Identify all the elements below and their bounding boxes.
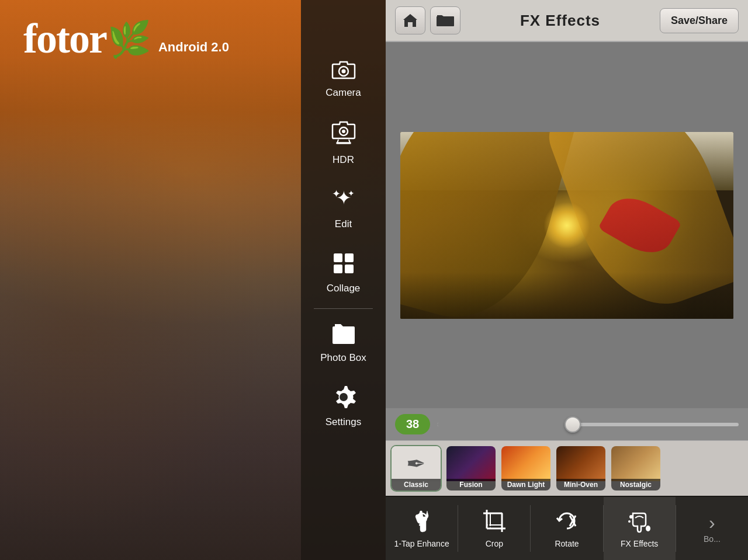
fx-fusion-bg [446,446,496,481]
save-share-button[interactable]: Save/Share [660,8,739,33]
photobox-icon [331,323,356,349]
edit-label: Edit [335,218,352,230]
camera-label: Camera [325,87,361,99]
bottom-toolbar: 1-Tap Enhance Crop [386,496,748,560]
more-icon: › [709,513,715,532]
right-panel: FX Effects Save/Share 38 ✒ [386,0,748,560]
settings-label: Settings [325,416,361,428]
svg-point-3 [342,130,345,133]
rotate-icon [555,509,579,537]
photo-display [400,132,733,319]
svg-rect-20 [490,513,502,525]
svg-rect-10 [334,265,342,273]
fx-mini-label: Mini-Oven [556,479,605,491]
svg-rect-9 [345,253,354,262]
folder-button[interactable] [430,6,460,34]
svg-rect-11 [345,265,354,273]
fx-thumb-mini-oven[interactable]: Mini-Oven [555,445,607,492]
photobox-label: Photo Box [320,352,366,364]
fx-nostalgic-bg [611,446,660,481]
sidebar-item-photobox[interactable]: Photo Box [301,312,386,374]
svg-point-26 [629,515,633,519]
sidebar-item-edit[interactable]: ✦ ✦ ✦ Edit [301,176,386,241]
crop-label: Crop [486,539,503,548]
svg-text:✦: ✦ [348,189,355,198]
home-button[interactable] [395,6,425,34]
svg-point-25 [646,526,650,531]
slider-value: 38 [395,414,430,434]
logo-leaf-icon: 🌿 [108,22,151,57]
svg-rect-8 [334,253,342,262]
fx-nostalgic-label: Nostalgic [611,479,660,491]
fx-thumb-nostalgic[interactable]: Nostalgic [610,445,662,492]
sidebar-item-settings[interactable]: Settings [301,374,386,439]
fx-effects-label: FX Effects [621,539,658,548]
photo-inner [400,132,733,319]
collage-icon [331,251,356,279]
hdr-label: HDR [333,154,354,166]
svg-rect-4 [336,142,351,144]
app-version: Android 2.0 [158,40,229,60]
svg-point-12 [340,393,348,401]
svg-point-27 [628,520,631,523]
app-name: fotor [23,18,106,60]
fx-mini-bg [556,446,605,481]
logo-text: fotor 🌿 [23,18,151,60]
sidebar-divider [314,308,373,309]
sidebar-item-collage[interactable]: Collage [301,241,386,305]
slider-fill [437,423,573,426]
crop-icon [482,509,507,537]
top-bar: FX Effects Save/Share [386,0,748,42]
toolbar-item-tap-enhance[interactable]: 1-Tap Enhance [386,497,458,560]
svg-text:✦: ✦ [331,188,340,200]
left-sidebar: Camera HDR ✦ ✦ ✦ [301,0,386,560]
sun-glow [543,202,590,249]
camera-icon [331,57,356,84]
slider-area: 38 [386,408,748,440]
collage-label: Collage [327,283,361,294]
svg-point-1 [341,69,345,74]
branches-overlay [400,272,733,319]
tap-enhance-icon [410,509,434,537]
toolbar-item-crop[interactable]: Crop [458,497,530,560]
slider-thumb[interactable] [565,416,581,433]
fx-thumbnails: ✒ Classic Fusion Dawn Light Mini-Oven No… [386,440,748,496]
fx-classic-bg: ✒ [392,446,441,481]
tap-enhance-label: 1-Tap Enhance [394,539,449,548]
left-panel: fotor 🌿 Android 2.0 Camera [0,0,386,560]
fx-thumb-fusion[interactable]: Fusion [445,445,497,492]
image-container [386,42,748,408]
fx-effects-icon [627,509,652,537]
sidebar-item-camera[interactable]: Camera [301,47,386,109]
slider-track[interactable] [437,423,739,426]
logo-area: fotor 🌿 Android 2.0 [23,18,229,60]
fx-thumb-classic[interactable]: ✒ Classic [390,445,442,492]
edit-icon: ✦ ✦ ✦ [331,187,356,215]
classic-pen-icon: ✒ [406,450,426,477]
fx-fusion-label: Fusion [446,479,496,491]
panel-title: FX Effects [465,12,655,30]
hdr-icon [331,120,356,151]
toolbar-item-fx-effects[interactable]: FX Effects [604,497,676,560]
settings-icon [331,385,356,413]
fx-thumb-dawn-light[interactable]: Dawn Light [500,445,552,492]
toolbar-item-more[interactable]: › Bo... [676,497,748,560]
toolbar-item-rotate[interactable]: Rotate [531,497,602,560]
sidebar-item-hdr[interactable]: HDR [301,109,386,176]
fx-dawn-bg [501,446,550,481]
rotate-label: Rotate [555,539,579,548]
more-label: Bo... [704,534,721,544]
fx-dawn-label: Dawn Light [501,479,550,491]
fx-classic-label: Classic [392,479,441,491]
